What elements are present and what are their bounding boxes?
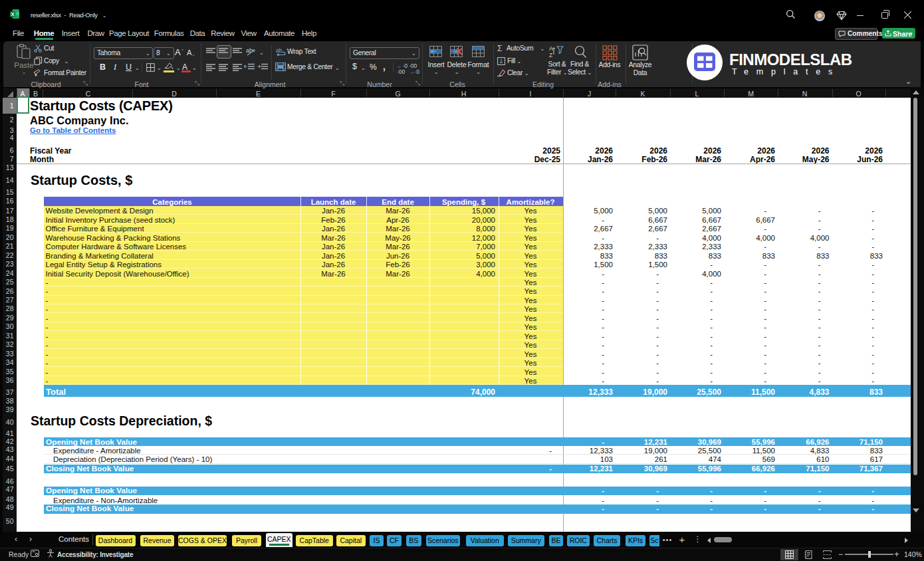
svg-text:ab: ab	[276, 47, 283, 54]
svg-text:Z: Z	[549, 52, 552, 58]
svg-text:X: X	[11, 11, 15, 17]
svg-text:ab: ab	[246, 47, 253, 54]
svg-text:A: A	[549, 45, 553, 52]
